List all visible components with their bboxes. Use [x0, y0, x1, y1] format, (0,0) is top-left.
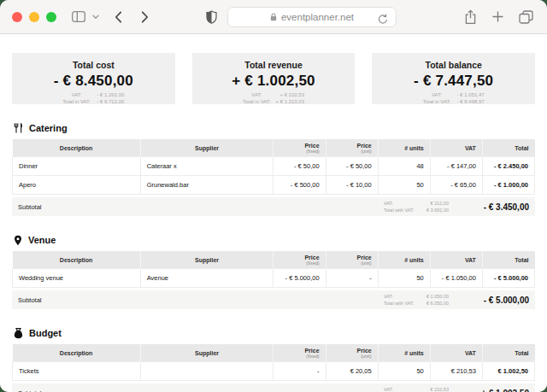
address-bar[interactable]: eventplanner.net — [227, 7, 397, 27]
lock-icon — [270, 13, 277, 21]
cell-vat[interactable]: - € 147,00 — [430, 157, 482, 176]
column-header-units: # units — [378, 251, 430, 269]
items-table: DescriptionSupplierPrice(fixed)Price(uni… — [12, 344, 535, 381]
cell-vat[interactable]: - € 65,00 — [430, 176, 482, 195]
cell-supplier[interactable]: Avenue — [140, 269, 274, 288]
cell-price-fixed[interactable]: - € 50,00 — [274, 157, 326, 176]
subtotal-vat-label: VAT: — [384, 294, 417, 300]
column-header-total: Total — [482, 344, 534, 362]
share-button[interactable] — [462, 8, 479, 26]
forward-button[interactable] — [139, 9, 150, 25]
card-value: - € 7.447,50 — [372, 73, 535, 90]
cell-supplier[interactable] — [140, 362, 274, 381]
section-header: Budget — [12, 328, 535, 338]
chevron-down-icon[interactable] — [91, 13, 101, 21]
cell-description[interactable]: Apero — [13, 176, 141, 195]
column-header-vat: VAT — [430, 251, 482, 269]
column-header-total: Total — [482, 251, 534, 269]
location-pin-icon — [14, 235, 22, 246]
vat-value: + € 210,53 — [275, 92, 304, 98]
column-header-description: Description — [13, 344, 141, 362]
reload-button[interactable] — [376, 12, 390, 26]
subtotal-vat-value: € 212,00 — [424, 201, 449, 207]
cell-units[interactable]: 50 — [378, 269, 430, 288]
section: Budget DescriptionSupplierPrice(fixed)Pr… — [12, 328, 535, 392]
table-row: AperoGrunewald.bar- € 500,00- € 10,0050-… — [13, 176, 535, 195]
card-value: - € 8.450,00 — [12, 73, 175, 90]
column-header-supplier: Supplier — [140, 139, 274, 157]
cell-total[interactable]: € 1.002,50 — [482, 362, 534, 381]
subtotal-vat-details: VAT: € 212,00 Total with VAT: € 3.662,00 — [384, 201, 449, 213]
column-header-units: # units — [378, 344, 430, 362]
table-row: Wedding venueAvenue- € 5.000,00-50- € 1.… — [13, 269, 535, 288]
zoom-window-button[interactable] — [46, 12, 56, 22]
close-window-button[interactable] — [12, 12, 22, 22]
tab-overview-button[interactable] — [517, 9, 535, 26]
cell-description[interactable]: Dinner — [13, 157, 141, 176]
cell-total[interactable]: - € 5.000,00 — [482, 269, 534, 288]
subtotal-vat-label: VAT: — [384, 387, 417, 392]
vat-label: VAT: — [423, 92, 450, 98]
cell-supplier[interactable]: Cateraar x — [140, 157, 274, 176]
total-in-vat-label: Total in VAT: — [62, 99, 90, 105]
new-tab-button[interactable] — [490, 9, 506, 25]
cell-price-unit[interactable]: - — [326, 269, 378, 288]
browser-chrome: eventplanner.net — [0, 0, 547, 34]
cell-description[interactable]: Wedding venue — [13, 269, 141, 288]
card-vat-details: VAT: + € 210,53 Total in VAT: + € 1.213,… — [243, 92, 304, 105]
subtotal-label: Subtotal — [18, 203, 42, 211]
column-header-units: # units — [378, 139, 430, 157]
total-in-vat-value: - € 8.498,97 — [456, 99, 485, 105]
column-header-price-unit: Price(unit) — [326, 344, 378, 362]
subtotal-vat-details: VAT: € 1.050,00 Total with VAT: € 6.050,… — [384, 294, 449, 306]
cell-total[interactable]: - € 2.450,00 — [482, 157, 534, 176]
back-button[interactable] — [113, 9, 124, 25]
cell-units[interactable]: 50 — [378, 362, 430, 381]
column-header-supplier: Supplier — [140, 344, 274, 362]
sidebar-toggle-button[interactable] — [70, 9, 87, 24]
vat-value: - € 1.051,47 — [456, 92, 485, 98]
cell-vat[interactable]: € 210,53 — [430, 362, 482, 381]
vat-label: VAT: — [62, 92, 90, 98]
summary-card: Total balance - € 7.447,50 VAT: - € 1.05… — [372, 53, 535, 104]
cell-supplier[interactable]: Grunewald.bar — [140, 176, 274, 195]
subtotal-total: + € 1.002,50 — [457, 389, 529, 392]
cell-price-unit[interactable]: € 20,05 — [326, 362, 378, 381]
column-header-price-unit: Price(unit) — [326, 139, 378, 157]
cell-price-fixed[interactable]: - € 500,00 — [274, 176, 326, 195]
cell-total[interactable]: - € 1.000,00 — [482, 176, 534, 195]
subtotal-vat-label: VAT: — [384, 201, 417, 207]
cell-price-fixed[interactable]: - — [274, 362, 326, 381]
subtotal-total: - € 5.000,00 — [457, 295, 529, 305]
utensils-icon — [14, 123, 23, 133]
cell-vat[interactable]: - € 1.050,00 — [430, 269, 482, 288]
table-header-row: DescriptionSupplierPrice(fixed)Price(uni… — [13, 251, 535, 269]
cell-units[interactable]: 48 — [378, 157, 430, 176]
traffic-lights — [12, 12, 56, 22]
items-table: DescriptionSupplierPrice(fixed)Price(uni… — [12, 251, 535, 288]
vat-value: - € 1.262,00 — [96, 92, 125, 98]
cell-price-fixed[interactable]: - € 5.000,00 — [274, 269, 326, 288]
cell-price-unit[interactable]: - € 50,00 — [326, 157, 378, 176]
section: Catering DescriptionSupplierPrice(fixed)… — [12, 123, 535, 216]
subtotal-twv-value: € 3.662,00 — [424, 208, 449, 214]
column-header-price-fixed: Price(fixed) — [274, 344, 326, 362]
summary-card: Total revenue + € 1.002,50 VAT: + € 210,… — [192, 53, 356, 104]
section-title: Budget — [29, 328, 62, 338]
items-table: DescriptionSupplierPrice(fixed)Price(uni… — [12, 139, 535, 195]
total-in-vat-value: - € 9.712,00 — [96, 99, 125, 105]
cell-description[interactable]: Tickets — [13, 362, 141, 381]
section-header: Catering — [12, 123, 535, 133]
column-header-total: Total — [482, 139, 534, 157]
card-title: Total balance — [372, 60, 535, 70]
table-header-row: DescriptionSupplierPrice(fixed)Price(uni… — [13, 344, 535, 362]
privacy-shield-icon[interactable] — [204, 9, 219, 26]
cell-units[interactable]: 50 — [378, 176, 430, 195]
summary-card: Total cost - € 8.450,00 VAT: - € 1.262,0… — [12, 53, 175, 104]
section-title: Venue — [28, 235, 56, 245]
subtotal-twv-label: Total with VAT: — [384, 208, 417, 214]
cell-price-unit[interactable]: - € 10,00 — [326, 176, 378, 195]
subtotal-row: Subtotal VAT: € 210,53 Total with VAT: €… — [12, 383, 535, 392]
subtotal-label: Subtotal — [18, 389, 42, 392]
minimize-window-button[interactable] — [29, 12, 39, 22]
